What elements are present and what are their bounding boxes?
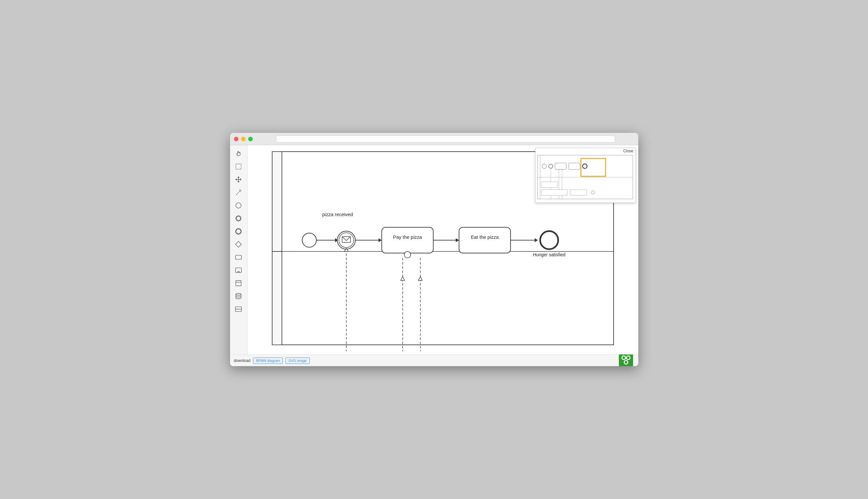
toolbar bbox=[230, 145, 247, 354]
annotation-tool[interactable] bbox=[233, 277, 244, 289]
svg-download-button[interactable]: SVG image bbox=[285, 357, 309, 364]
app-window: pizza received bbox=[230, 133, 638, 366]
task-tool[interactable] bbox=[233, 252, 244, 263]
svg-line-3 bbox=[236, 190, 241, 195]
svg-rect-18 bbox=[272, 151, 282, 252]
start-event-tool[interactable] bbox=[233, 199, 244, 211]
svg-rect-12 bbox=[236, 281, 241, 286]
pool-tool[interactable] bbox=[233, 303, 244, 315]
svg-point-46 bbox=[540, 231, 558, 249]
svg-point-51 bbox=[542, 164, 547, 169]
svg-rect-54 bbox=[555, 163, 566, 169]
svg-rect-62 bbox=[570, 190, 586, 195]
address-bar[interactable] bbox=[276, 135, 615, 143]
svg-point-63 bbox=[591, 191, 595, 194]
svg-point-35 bbox=[404, 252, 411, 258]
svg-rect-42 bbox=[459, 227, 510, 253]
canvas-area[interactable]: pizza received bbox=[247, 145, 638, 354]
end-event-tool[interactable] bbox=[233, 226, 244, 237]
svg-point-70 bbox=[627, 356, 629, 359]
bpmn-download-button[interactable]: BPMN diagram bbox=[253, 357, 283, 364]
svg-point-69 bbox=[622, 356, 625, 359]
hand-tool[interactable] bbox=[233, 148, 244, 159]
svg-text:Pay the pizza: Pay the pizza bbox=[393, 235, 422, 240]
svg-rect-60 bbox=[541, 182, 558, 187]
maximize-button[interactable] bbox=[248, 137, 253, 141]
main-area: pizza received bbox=[230, 145, 638, 354]
gateway-tool[interactable] bbox=[233, 239, 244, 250]
minimize-button[interactable] bbox=[241, 137, 246, 141]
svg-text:Eat the pizza: Eat the pizza bbox=[471, 235, 499, 240]
svg-point-7 bbox=[236, 229, 241, 234]
svg-rect-0 bbox=[236, 164, 241, 169]
svg-point-14 bbox=[236, 294, 241, 295]
close-button[interactable] bbox=[234, 137, 239, 141]
svg-rect-9 bbox=[235, 255, 241, 259]
connect-tool[interactable] bbox=[233, 187, 244, 198]
svg-rect-55 bbox=[569, 163, 580, 169]
svg-text:pizza received: pizza received bbox=[322, 212, 353, 217]
bottom-bar: download BPMN diagram SVG image bbox=[230, 354, 638, 366]
download-label: download bbox=[234, 358, 250, 363]
svg-point-23 bbox=[302, 233, 316, 247]
move-tool[interactable] bbox=[233, 174, 244, 185]
svg-text:Hunger satisfied: Hunger satisfied bbox=[533, 252, 565, 257]
titlebar bbox=[230, 133, 638, 145]
svg-rect-61 bbox=[541, 190, 567, 195]
svg-point-4 bbox=[236, 203, 241, 208]
minimap: Close bbox=[535, 148, 636, 203]
select-tool[interactable] bbox=[233, 161, 244, 172]
svg-point-53 bbox=[549, 165, 552, 168]
data-store-tool[interactable] bbox=[233, 290, 244, 302]
svg-point-56 bbox=[583, 164, 587, 169]
svg-rect-10 bbox=[235, 268, 241, 273]
traffic-lights bbox=[234, 137, 253, 141]
minimap-close-button[interactable]: Close bbox=[623, 149, 633, 153]
logo-badge bbox=[619, 353, 633, 366]
svg-rect-19 bbox=[272, 252, 282, 345]
svg-marker-8 bbox=[235, 241, 241, 247]
svg-point-71 bbox=[625, 361, 627, 364]
intermediate-event-tool[interactable] bbox=[233, 212, 244, 224]
subprocess-tool[interactable] bbox=[233, 264, 244, 276]
svg-rect-11 bbox=[237, 271, 240, 273]
svg-point-6 bbox=[236, 217, 241, 221]
svg-rect-33 bbox=[382, 227, 433, 253]
